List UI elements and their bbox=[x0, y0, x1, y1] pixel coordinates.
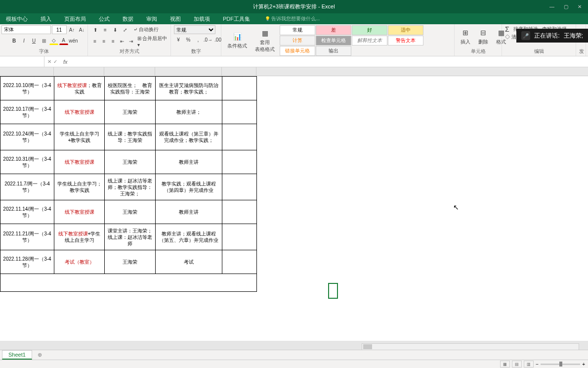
cell[interactable]: 学生线上自主学习；教学实践 bbox=[54, 174, 105, 200]
cell[interactable] bbox=[222, 174, 257, 200]
cell[interactable]: 学生线上自主学习+教学实践 bbox=[54, 124, 105, 150]
cell[interactable]: 线上课；教学实践指导：王海荣 bbox=[105, 124, 156, 150]
horizontal-scrollbar[interactable] bbox=[362, 343, 579, 350]
cell[interactable]: 医生主讲艾滋病预防与防治教育；教学实践； bbox=[156, 77, 222, 100]
fill-color-icon[interactable]: ◇ bbox=[49, 36, 58, 45]
style-output[interactable]: 输出 bbox=[316, 46, 351, 56]
fx-icon[interactable]: fx bbox=[60, 59, 71, 65]
active-cell[interactable] bbox=[328, 283, 338, 299]
cell[interactable]: 2022.11.7/周一（3-4节） bbox=[0, 174, 54, 200]
name-box[interactable] bbox=[0, 56, 44, 67]
cell[interactable]: 线下教室授课；教育实践 bbox=[54, 77, 105, 100]
spreadsheet-grid[interactable]: 2022.10.10/周一（3-4节）线下教室授课；教育实践校医院医生； 教育实… bbox=[0, 67, 588, 341]
align-top-icon[interactable]: ⬆ bbox=[91, 25, 100, 34]
align-left-icon[interactable]: ≡ bbox=[91, 37, 99, 46]
table-row[interactable]: 2022.10.17/周一（3-4节）线下教室授课王海荣教师主讲； bbox=[0, 100, 257, 124]
zoom-out-icon[interactable]: − bbox=[536, 362, 539, 367]
orientation-icon[interactable]: ⤢ bbox=[121, 25, 129, 34]
cell[interactable]: 2022.10.10/周一（3-4节） bbox=[0, 77, 54, 100]
cell[interactable] bbox=[222, 77, 257, 100]
table-row[interactable]: 2022.11.21/周一（3-4节）线下教室授课+学生线上自主学习课堂主讲：王… bbox=[0, 224, 257, 250]
view-normal-icon[interactable]: ▦ bbox=[500, 361, 510, 368]
maximize-button[interactable]: ▢ bbox=[559, 2, 572, 11]
cell[interactable]: 2022.10.17/周一（3-4节） bbox=[0, 100, 54, 124]
cell[interactable]: 教师主讲；观看线上课程（第五、六章）并完成作业 bbox=[156, 224, 222, 250]
cell[interactable] bbox=[222, 150, 257, 174]
tab-templates[interactable]: 模板中心 bbox=[4, 14, 30, 24]
cell[interactable]: 2022.10.24/周一（3-4节） bbox=[0, 124, 54, 150]
table-row[interactable]: 2022.11.28/周一（3-4节）考试（教室）王海荣考试 bbox=[0, 250, 257, 274]
cell[interactable]: 教师主讲 bbox=[156, 150, 222, 174]
cell[interactable]: 2022.11.21/周一（3-4节） bbox=[0, 224, 54, 250]
cell[interactable]: 课堂主讲：王海荣； 线上课：赵冰洁等老师 bbox=[105, 224, 156, 250]
cell[interactable] bbox=[222, 100, 257, 124]
italic-icon[interactable]: I bbox=[20, 36, 29, 45]
style-normal[interactable]: 常规 bbox=[280, 25, 315, 35]
underline-icon[interactable]: U bbox=[30, 36, 39, 45]
cell[interactable]: 教学实践；观看线上课程（第四章）并完成作业 bbox=[156, 174, 222, 200]
increase-font-icon[interactable]: A↑ bbox=[68, 25, 77, 34]
table-row[interactable]: 2022.11.14/周一（3-4节）线下教室授课王海荣教师主讲 bbox=[0, 200, 257, 224]
tab-addins[interactable]: 加载项 bbox=[192, 14, 212, 24]
indent-left-icon[interactable]: ⇤ bbox=[118, 37, 126, 46]
insert-button[interactable]: ⊞插入 bbox=[458, 27, 473, 46]
styles-gallery[interactable]: 常规 差 好 适中 计算 检查单元格 解释性文本 警告文本 链接单元格 输出 bbox=[280, 25, 423, 56]
delete-button[interactable]: ⊟删除 bbox=[475, 27, 491, 46]
tab-review[interactable]: 审阅 bbox=[144, 14, 159, 24]
data-table[interactable]: 2022.10.10/周一（3-4节）线下教室授课；教育实践校医院医生； 教育实… bbox=[0, 76, 257, 292]
align-middle-icon[interactable]: ≡ bbox=[101, 25, 110, 34]
bold-icon[interactable]: B bbox=[10, 36, 19, 45]
phonetic-icon[interactable]: wén bbox=[69, 36, 78, 45]
cell[interactable]: 2022.11.28/周一（3-4节） bbox=[0, 250, 54, 274]
cell[interactable] bbox=[222, 224, 257, 250]
cell[interactable]: 观看线上课程（第三章）并完成作业；教学实践； bbox=[156, 124, 222, 150]
enter-formula-icon[interactable]: ✓ bbox=[53, 59, 57, 64]
percent-icon[interactable]: % bbox=[184, 35, 193, 44]
formula-input[interactable] bbox=[71, 56, 588, 67]
tab-page-layout[interactable]: 页面布局 bbox=[62, 14, 88, 24]
add-sheet-button[interactable]: ⊕ bbox=[35, 350, 45, 360]
table-row[interactable]: 2022.11.7/周一（3-4节）学生线上自主学习；教学实践线上课：赵冰洁等老… bbox=[0, 174, 257, 200]
cell[interactable]: 线下教室授课 bbox=[54, 200, 105, 224]
cell[interactable]: 校医院医生； 教育实践指导：王海荣 bbox=[105, 77, 156, 100]
comma-icon[interactable]: , bbox=[194, 35, 203, 44]
cancel-formula-icon[interactable]: ✕ bbox=[47, 59, 51, 64]
decrease-font-icon[interactable]: A↓ bbox=[78, 25, 86, 34]
cell[interactable]: 线上课：赵冰洁等老师；教学实践指导：王海荣； bbox=[105, 174, 156, 200]
indent-right-icon[interactable]: ⇥ bbox=[127, 37, 135, 46]
align-right-icon[interactable]: ≡ bbox=[109, 37, 117, 46]
zoom-slider[interactable] bbox=[541, 364, 580, 365]
table-row[interactable]: 2022.10.31/周一（3-4节）线下教室授课王海荣教师主讲 bbox=[0, 150, 257, 174]
increase-decimal-icon[interactable]: .0→ bbox=[204, 35, 212, 44]
tab-pdf-tools[interactable]: PDF工具集 bbox=[221, 14, 252, 24]
border-icon[interactable]: ⊞ bbox=[40, 36, 48, 45]
style-bad[interactable]: 差 bbox=[316, 25, 351, 35]
cell[interactable]: 王海荣 bbox=[105, 250, 156, 274]
style-check[interactable]: 检查单元格 bbox=[316, 36, 351, 46]
table-row[interactable]: 2022.10.10/周一（3-4节）线下教室授课；教育实践校医院医生； 教育实… bbox=[0, 77, 257, 100]
style-explain[interactable]: 解释性文本 bbox=[352, 36, 387, 46]
cell[interactable]: 教师主讲； bbox=[156, 100, 222, 124]
close-button[interactable]: ✕ bbox=[573, 2, 586, 11]
style-warn[interactable]: 警告文本 bbox=[388, 36, 423, 46]
font-size-input[interactable] bbox=[52, 25, 67, 34]
cell[interactable]: 线下教室授课+学生线上自主学习 bbox=[54, 224, 105, 250]
zoom-in-icon[interactable]: + bbox=[582, 362, 585, 367]
align-center-icon[interactable]: ≡ bbox=[100, 37, 108, 46]
cell[interactable]: 线下教室授课 bbox=[54, 150, 105, 174]
table-row[interactable]: 2022.10.24/周一（3-4节）学生线上自主学习+教学实践线上课；教学实践… bbox=[0, 124, 257, 150]
style-calc[interactable]: 计算 bbox=[280, 36, 315, 46]
cell[interactable]: 考试 bbox=[156, 250, 222, 274]
style-neutral[interactable]: 适中 bbox=[388, 25, 423, 35]
style-good[interactable]: 好 bbox=[352, 25, 387, 35]
merge-center-button[interactable]: ⊞ 合并后居中 ▾ bbox=[137, 35, 168, 47]
currency-icon[interactable]: ¥ bbox=[174, 35, 183, 44]
table-format-button[interactable]: ▦套用 表格格式 bbox=[252, 27, 278, 54]
minimize-button[interactable]: — bbox=[546, 2, 558, 11]
tab-view[interactable]: 视图 bbox=[168, 14, 183, 24]
cell[interactable]: 王海荣 bbox=[105, 100, 156, 124]
wrap-text-button[interactable]: ⤶ 自动换行 bbox=[133, 26, 159, 33]
cell[interactable] bbox=[222, 200, 257, 224]
cell[interactable]: 教师主讲 bbox=[156, 200, 222, 224]
style-link[interactable]: 链接单元格 bbox=[280, 46, 315, 56]
